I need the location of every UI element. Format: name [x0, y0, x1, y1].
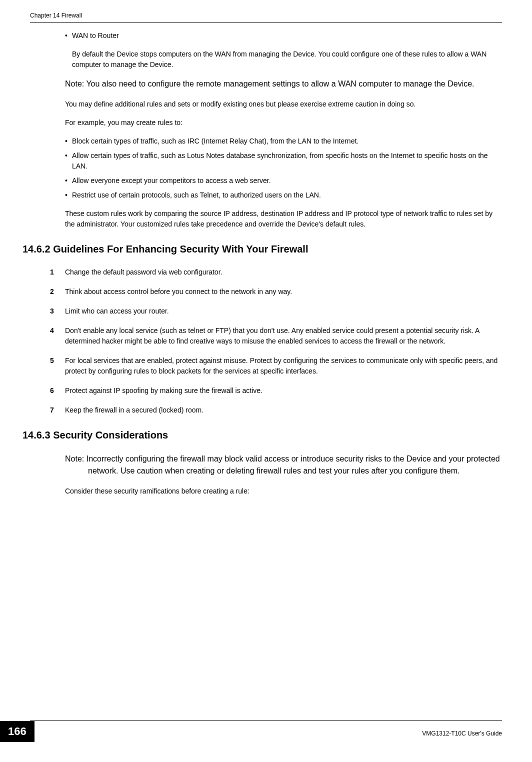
num-2: 2: [50, 286, 54, 297]
para-3: These custom rules work by comparing the…: [65, 208, 502, 230]
note-2: Note: Incorrectly configuring the firewa…: [88, 453, 502, 477]
example-item-3: Allow everyone except your competitors t…: [65, 176, 502, 186]
guideline-2: 2Think about access control before you c…: [65, 286, 502, 297]
guideline-text-1: Change the default password via web conf…: [65, 268, 222, 276]
page-number: 166: [0, 721, 34, 742]
page-header: Chapter 14 Firewall: [0, 0, 532, 19]
guideline-text-6: Protect against IP spoofing by making su…: [65, 386, 262, 394]
guideline-4: 4Don't enable any local service (such as…: [65, 326, 502, 346]
guideline-7: 7Keep the firewall in a secured (locked)…: [65, 405, 502, 416]
wan-para: By default the Device stops computers on…: [72, 49, 502, 70]
example-bullet-list: Block certain types of traffic, such as …: [65, 136, 502, 200]
example-item-4: Restrict use of certain protocols, such …: [65, 190, 502, 200]
guideline-5: 5For local services that are enabled, pr…: [65, 356, 502, 376]
guideline-1: 1Change the default password via web con…: [65, 267, 502, 278]
num-7: 7: [50, 405, 54, 416]
guideline-text-2: Think about access control before you co…: [65, 288, 292, 296]
page-footer: 166 VMG1312-T10C User's Guide: [30, 720, 502, 742]
heading-14-6-2: 14.6.2 Guidelines For Enhancing Security…: [22, 244, 502, 255]
guideline-text-4: Don't enable any local service (such as …: [65, 326, 480, 345]
guideline-text-7: Keep the firewall in a secured (locked) …: [65, 406, 204, 414]
example-item-2: Allow certain types of traffic, such as …: [65, 150, 502, 172]
num-5: 5: [50, 356, 54, 366]
para-1: You may define additional rules and sets…: [65, 99, 502, 110]
para-2: For example, you may create rules to:: [65, 118, 502, 128]
guideline-text-3: Limit who can access your router.: [65, 307, 169, 315]
heading-14-6-3: 14.6.3 Security Considerations: [22, 430, 502, 441]
header-chapter: Chapter 14 Firewall: [30, 12, 82, 19]
guideline-3: 3Limit who can access your router.: [65, 306, 502, 316]
note-1: Note: You also need to configure the rem…: [88, 78, 502, 90]
num-4: 4: [50, 326, 54, 336]
wan-bullet-item: WAN to Router: [65, 30, 502, 41]
guideline-text-5: For local services that are enabled, pro…: [65, 356, 498, 375]
num-1: 1: [50, 267, 54, 278]
num-3: 3: [50, 306, 54, 316]
guidelines-list: 1Change the default password via web con…: [65, 267, 502, 416]
para-4: Consider these security ramifications be…: [65, 486, 502, 496]
page-content: WAN to Router By default the Device stop…: [0, 22, 532, 496]
guideline-6: 6Protect against IP spoofing by making s…: [65, 386, 502, 396]
footer-guide-text: VMG1312-T10C User's Guide: [422, 726, 502, 737]
example-item-1: Block certain types of traffic, such as …: [65, 136, 502, 146]
num-6: 6: [50, 386, 54, 396]
bullet-list-wan: WAN to Router: [65, 30, 502, 41]
